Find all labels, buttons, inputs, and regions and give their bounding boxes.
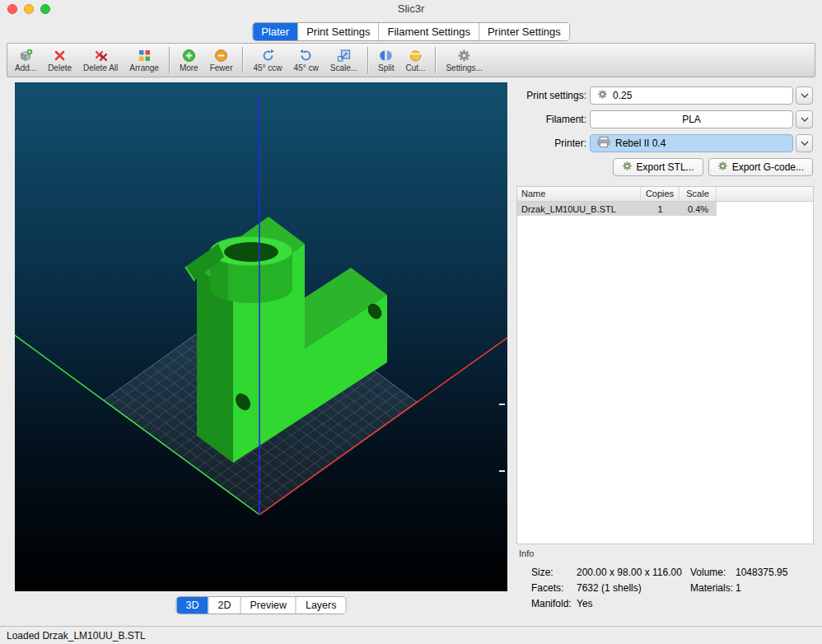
volume-label: Volume:	[690, 567, 726, 578]
window-title: Slic3r	[0, 0, 822, 18]
printer-dropdown-button[interactable]	[796, 134, 813, 152]
more-label: More	[180, 63, 198, 72]
tab-plater[interactable]: Plater	[253, 23, 297, 40]
settings-gear-icon	[457, 49, 471, 63]
column-header-scale[interactable]: Scale	[680, 187, 717, 201]
export-gcode-button[interactable]: Export G-code...	[708, 158, 813, 176]
delete-all-icon	[94, 49, 108, 63]
printer-label: Printer:	[461, 134, 586, 152]
zoom-button[interactable]	[40, 4, 50, 14]
delete-label: Delete	[48, 63, 72, 72]
close-button[interactable]	[7, 4, 17, 14]
scale-tick	[499, 470, 505, 472]
arrange-button[interactable]: Arrange	[124, 47, 165, 74]
column-header-copies[interactable]: Copies	[641, 187, 680, 201]
add-button[interactable]: Add...	[9, 47, 42, 74]
tab-print-settings[interactable]: Print Settings	[297, 23, 378, 40]
view-tab-bar: 3D 2D Preview Layers	[176, 596, 347, 614]
materials-value: 1	[736, 582, 741, 594]
cut-icon	[409, 49, 423, 63]
chevron-down-icon	[801, 93, 809, 98]
export-gcode-label: Export G-code...	[732, 161, 804, 173]
settings-label: Settings...	[446, 63, 482, 72]
printer-icon	[597, 136, 610, 151]
tab-2d[interactable]: 2D	[208, 597, 241, 614]
toolbar-separator	[367, 47, 368, 73]
rotate-cw-icon	[299, 49, 313, 63]
status-text: Loaded Drzak_LM10UU_B.STL	[7, 630, 146, 642]
toolbar-separator	[435, 47, 436, 73]
viewport-3d[interactable]	[15, 82, 507, 591]
info-panel: Info Size: 200.00 x 98.00 x 116.00 Volum…	[516, 547, 814, 623]
toolbar-separator	[169, 47, 170, 73]
more-button[interactable]: More	[174, 47, 204, 74]
add-label: Add...	[15, 63, 36, 72]
export-stl-button[interactable]: Export STL...	[613, 158, 703, 176]
manifold-value: Yes	[577, 598, 593, 609]
arrange-icon	[138, 49, 152, 63]
title-bar: Slic3r	[0, 0, 822, 20]
export-buttons: Export STL... Export G-code...	[516, 158, 813, 176]
tab-preview[interactable]: Preview	[240, 597, 295, 614]
tab-3d[interactable]: 3D	[177, 597, 208, 614]
cell-name: Drzak_LM10UU_B.STL	[517, 204, 641, 214]
rotate-ccw-label: 45° ccw	[253, 63, 282, 72]
scale-icon	[337, 49, 351, 63]
materials-label: Materials:	[690, 582, 733, 594]
toolbar: Add... Delete Delete All Arrange	[7, 43, 815, 77]
fewer-label: Fewer	[210, 63, 233, 72]
export-stl-label: Export STL...	[637, 161, 694, 173]
rotate-ccw-button[interactable]: 45° ccw	[247, 47, 287, 74]
facets-label: Facets:	[531, 582, 563, 594]
object-table: Name Copies Scale Drzak_LM10UU_B.STL 1 0…	[516, 186, 814, 544]
split-button[interactable]: Split	[372, 47, 399, 74]
delete-all-button[interactable]: Delete All	[77, 47, 124, 74]
size-label: Size:	[531, 567, 553, 578]
fewer-button[interactable]: Fewer	[204, 47, 239, 74]
rotate-cw-button[interactable]: 45° cw	[288, 47, 325, 74]
filament-dropdown-button[interactable]	[796, 110, 813, 128]
facets-value: 7632 (1 shells)	[577, 582, 642, 594]
filament-combo[interactable]: PLA	[590, 110, 793, 128]
print-settings-dropdown-button[interactable]	[796, 86, 813, 105]
viewport-canvas[interactable]	[15, 82, 507, 591]
cut-label: Cut...	[406, 63, 426, 72]
scale-tick	[499, 404, 505, 405]
tab-printer-settings[interactable]: Printer Settings	[479, 23, 569, 40]
volume-value: 1048375.95	[736, 567, 787, 578]
cut-button[interactable]: Cut...	[400, 47, 432, 74]
table-row[interactable]: Drzak_LM10UU_B.STL 1 0.4%	[517, 202, 717, 216]
size-value: 200.00 x 98.00 x 116.00	[577, 567, 682, 578]
chevron-down-icon	[801, 117, 809, 122]
gear-icon	[622, 161, 633, 174]
manifold-label: Manifold:	[531, 598, 572, 609]
cell-copies: 1	[641, 204, 680, 214]
delete-all-label: Delete All	[83, 63, 118, 72]
add-object-icon	[19, 49, 33, 63]
tab-filament-settings[interactable]: Filament Settings	[378, 23, 478, 40]
fewer-copies-icon	[214, 49, 228, 63]
main-tab-bar: Plater Print Settings Filament Settings …	[252, 22, 570, 41]
rotate-ccw-icon	[261, 49, 275, 63]
delete-button[interactable]: Delete	[42, 47, 77, 74]
scale-button[interactable]: Scale...	[325, 47, 363, 74]
delete-icon	[53, 49, 67, 63]
column-header-name[interactable]: Name	[517, 187, 641, 201]
print-settings-value: 0.25	[613, 90, 632, 101]
split-icon	[379, 49, 393, 63]
gear-icon	[597, 89, 608, 102]
minimize-button[interactable]	[24, 4, 34, 14]
scale-label: Scale...	[330, 63, 357, 72]
split-label: Split	[378, 63, 394, 72]
arrange-label: Arrange	[129, 63, 159, 72]
settings-button[interactable]: Settings...	[440, 47, 488, 74]
more-copies-icon	[182, 49, 196, 63]
toolbar-separator	[242, 47, 243, 73]
cell-scale: 0.4%	[680, 204, 717, 214]
tab-layers[interactable]: Layers	[296, 597, 346, 614]
print-settings-combo[interactable]: 0.25	[590, 86, 793, 105]
printer-combo[interactable]: Rebel II 0.4	[590, 134, 793, 152]
table-header: Name Copies Scale	[517, 187, 813, 202]
info-title: Info	[519, 548, 534, 558]
rotate-cw-label: 45° cw	[294, 63, 319, 72]
